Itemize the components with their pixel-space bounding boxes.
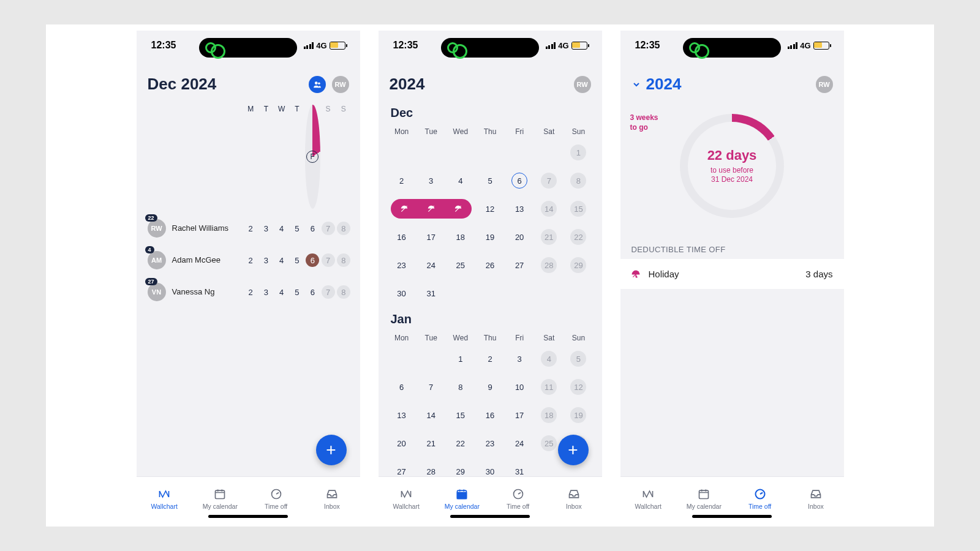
day-cell[interactable]: 3 — [258, 256, 274, 265]
calendar-cell[interactable]: 12 — [564, 379, 593, 395]
calendar-cell[interactable]: 6 — [505, 173, 534, 189]
wallchart-row[interactable]: 4 AM Adam McGee 2 3 4 5 6 7 8 — [145, 244, 352, 276]
calendar-cell[interactable]: 19 — [475, 233, 505, 242]
calendar-cell[interactable]: 3 — [505, 354, 534, 364]
calendar-cell[interactable]: 16 — [475, 411, 505, 420]
calendar-cell[interactable]: 31 — [417, 289, 446, 298]
calendar-cell[interactable]: 4 — [446, 176, 475, 186]
day-cell[interactable]: 6 — [305, 224, 320, 233]
calendar-cell[interactable]: 15 — [446, 411, 475, 420]
calendar-cell[interactable]: 29 — [446, 467, 475, 476]
holiday-pill[interactable] — [391, 199, 472, 219]
calendar-cell[interactable]: 1 — [446, 354, 475, 364]
calendar-cell[interactable]: 5 — [564, 351, 593, 367]
tab-mycalendar[interactable]: My calendar — [676, 477, 732, 520]
day-cell-weekend[interactable]: 7 — [320, 253, 336, 267]
tab-timeoff[interactable]: Time off — [732, 477, 788, 520]
calendar-cell[interactable]: 18 — [446, 233, 475, 242]
avatar[interactable]: RW — [816, 76, 833, 93]
calendar-cell[interactable]: 12 — [475, 204, 505, 214]
calendar-cell[interactable]: 28 — [417, 467, 446, 476]
calendar-cell[interactable]: 10 — [505, 383, 534, 392]
day-cell[interactable]: 3 — [258, 288, 274, 297]
day-cell-weekend[interactable]: 8 — [336, 253, 351, 267]
calendar-cell[interactable]: 8 — [564, 173, 593, 189]
calendar-cell[interactable]: 27 — [505, 261, 534, 270]
people-icon[interactable] — [309, 76, 326, 93]
calendar-cell[interactable]: 30 — [475, 467, 505, 476]
day-cell[interactable]: 5 — [289, 224, 304, 233]
calendar-cell[interactable]: 13 — [387, 411, 417, 420]
day-cell-marked[interactable]: 6 — [305, 253, 320, 267]
calendar-cell[interactable]: 30 — [387, 289, 417, 298]
calendar-cell[interactable]: 7 — [417, 383, 446, 392]
calendar-cell[interactable]: 15 — [564, 201, 593, 217]
tab-wallchart[interactable]: Wallchart — [137, 477, 192, 520]
calendar-cell[interactable]: 3 — [417, 176, 446, 186]
calendar-cell[interactable]: 22 — [564, 229, 593, 245]
tab-inbox[interactable]: Inbox — [788, 477, 843, 520]
home-indicator[interactable] — [692, 515, 772, 518]
day-cell-weekend[interactable]: 8 — [336, 285, 351, 299]
calendar-cell[interactable]: 2 — [475, 354, 505, 364]
person-cell[interactable]: 22 RW Rachel Williams — [145, 219, 243, 238]
add-button[interactable]: + — [558, 435, 589, 465]
tab-timeoff[interactable]: Time off — [490, 477, 546, 520]
calendar-cell[interactable]: 28 — [534, 257, 564, 273]
day-cell[interactable]: 2 — [243, 288, 258, 297]
calendar-cell[interactable]: 5 — [475, 176, 505, 186]
avatar[interactable]: RW — [332, 76, 349, 93]
day-cell[interactable]: 2 — [243, 256, 258, 265]
calendar-cell[interactable]: 13 — [505, 204, 534, 214]
calendar-cell[interactable]: 14 — [417, 411, 446, 420]
day-cell[interactable]: 2 — [243, 224, 258, 233]
calendar-cell[interactable]: 18 — [534, 407, 564, 423]
calendar-cell[interactable]: 14 — [534, 201, 564, 217]
calendar-cell[interactable]: 17 — [505, 411, 534, 420]
tab-mycalendar[interactable]: My calendar — [192, 477, 248, 520]
calendar-content[interactable]: DecMonTueWedThuFriSatSun1234567812131415… — [379, 101, 602, 476]
day-cell[interactable]: 6 — [305, 288, 320, 297]
day-cell[interactable]: 4 — [274, 224, 289, 233]
calendar-cell[interactable]: 20 — [387, 439, 417, 448]
day-cell-weekend[interactable]: 8 — [336, 222, 351, 235]
tab-timeoff[interactable]: Time off — [248, 477, 304, 520]
calendar-cell[interactable]: 1 — [564, 144, 593, 160]
tab-inbox[interactable]: Inbox — [304, 477, 360, 520]
tab-inbox[interactable]: Inbox — [546, 477, 601, 520]
calendar-cell[interactable]: 26 — [475, 261, 505, 270]
wallchart-row[interactable]: 27 VN Vanessa Ng 2 3 4 5 6 7 8 — [145, 276, 352, 308]
calendar-cell[interactable]: 11 — [534, 379, 564, 395]
tab-wallchart[interactable]: Wallchart — [620, 477, 676, 520]
day-cell-weekend[interactable]: 7 — [320, 222, 336, 235]
page-title[interactable]: Dec 2024 — [148, 75, 217, 94]
calendar-cell[interactable]: 20 — [505, 233, 534, 242]
calendar-cell[interactable]: 24 — [505, 439, 534, 448]
calendar-cell[interactable]: 24 — [417, 261, 446, 270]
calendar-cell[interactable]: 9 — [475, 383, 505, 392]
wallchart-row[interactable]: 22 RW Rachel Williams 2 3 4 5 6 7 8 — [145, 212, 352, 244]
calendar-cell[interactable]: 19 — [564, 407, 593, 423]
year-picker[interactable]: 2024 — [631, 75, 682, 94]
tab-mycalendar[interactable]: My calendar — [434, 477, 490, 520]
day-cell[interactable]: 4 — [274, 288, 289, 297]
calendar-cell[interactable]: 29 — [564, 257, 593, 273]
calendar-cell[interactable]: 2 — [387, 176, 417, 186]
calendar-cell[interactable]: 23 — [475, 439, 505, 448]
holiday-row[interactable]: Holiday 3 days — [620, 259, 844, 289]
person-cell[interactable]: 27 VN Vanessa Ng — [145, 283, 243, 301]
home-indicator[interactable] — [450, 515, 530, 518]
day-cell[interactable]: 3 — [258, 224, 274, 233]
allowance-ring[interactable]: 22 days to use before 31 Dec 2024 — [680, 114, 784, 218]
calendar-cell[interactable]: 17 — [417, 233, 446, 242]
calendar-cell[interactable]: 4 — [534, 351, 564, 367]
calendar-cell[interactable]: 22 — [446, 439, 475, 448]
calendar-cell[interactable]: 21 — [417, 439, 446, 448]
home-indicator[interactable] — [208, 515, 288, 518]
calendar-cell[interactable]: 25 — [446, 261, 475, 270]
day-cell[interactable]: 5 — [289, 256, 304, 265]
calendar-cell[interactable]: 21 — [534, 229, 564, 245]
calendar-cell[interactable]: 23 — [387, 261, 417, 270]
day-cell-weekend[interactable]: 7 — [320, 285, 336, 299]
day-cell[interactable]: 4 — [274, 256, 289, 265]
